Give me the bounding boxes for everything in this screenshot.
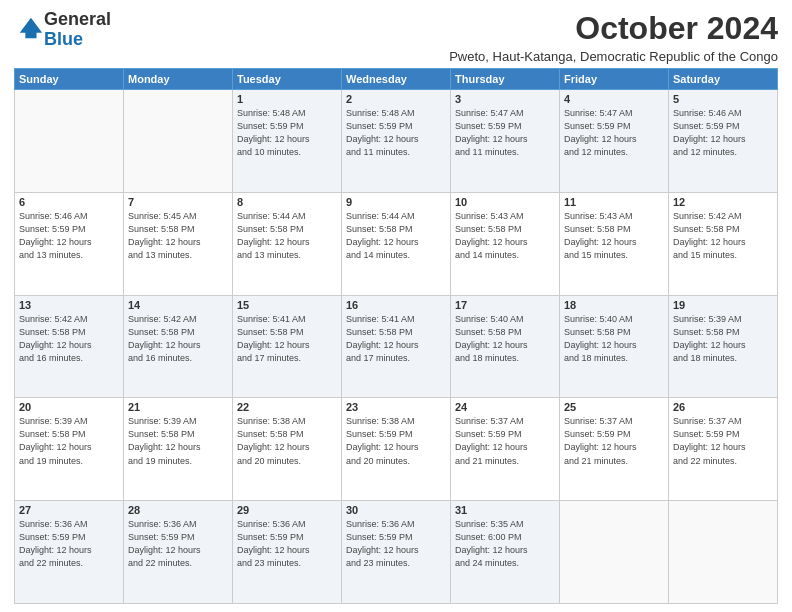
day-cell-0-3: 2Sunrise: 5:48 AM Sunset: 5:59 PM Daylig… — [342, 90, 451, 193]
day-info: Sunrise: 5:45 AM Sunset: 5:58 PM Dayligh… — [128, 210, 228, 262]
day-info: Sunrise: 5:43 AM Sunset: 5:58 PM Dayligh… — [455, 210, 555, 262]
day-cell-3-5: 25Sunrise: 5:37 AM Sunset: 5:59 PM Dayli… — [560, 398, 669, 501]
day-info: Sunrise: 5:37 AM Sunset: 5:59 PM Dayligh… — [564, 415, 664, 467]
day-cell-3-4: 24Sunrise: 5:37 AM Sunset: 5:59 PM Dayli… — [451, 398, 560, 501]
day-cell-3-3: 23Sunrise: 5:38 AM Sunset: 5:59 PM Dayli… — [342, 398, 451, 501]
day-cell-1-1: 7Sunrise: 5:45 AM Sunset: 5:58 PM Daylig… — [124, 192, 233, 295]
day-cell-3-6: 26Sunrise: 5:37 AM Sunset: 5:59 PM Dayli… — [669, 398, 778, 501]
day-number: 2 — [346, 93, 446, 105]
day-number: 5 — [673, 93, 773, 105]
day-info: Sunrise: 5:36 AM Sunset: 5:59 PM Dayligh… — [237, 518, 337, 570]
day-info: Sunrise: 5:42 AM Sunset: 5:58 PM Dayligh… — [19, 313, 119, 365]
day-number: 12 — [673, 196, 773, 208]
day-cell-4-6 — [669, 501, 778, 604]
page: General Blue October 2024 Pweto, Haut-Ka… — [0, 0, 792, 612]
day-cell-2-3: 16Sunrise: 5:41 AM Sunset: 5:58 PM Dayli… — [342, 295, 451, 398]
day-info: Sunrise: 5:42 AM Sunset: 5:58 PM Dayligh… — [128, 313, 228, 365]
day-info: Sunrise: 5:38 AM Sunset: 5:58 PM Dayligh… — [237, 415, 337, 467]
day-cell-2-4: 17Sunrise: 5:40 AM Sunset: 5:58 PM Dayli… — [451, 295, 560, 398]
day-info: Sunrise: 5:36 AM Sunset: 5:59 PM Dayligh… — [128, 518, 228, 570]
day-cell-1-0: 6Sunrise: 5:46 AM Sunset: 5:59 PM Daylig… — [15, 192, 124, 295]
day-number: 26 — [673, 401, 773, 413]
day-cell-4-5 — [560, 501, 669, 604]
day-number: 8 — [237, 196, 337, 208]
day-cell-0-0 — [15, 90, 124, 193]
day-number: 28 — [128, 504, 228, 516]
day-cell-0-2: 1Sunrise: 5:48 AM Sunset: 5:59 PM Daylig… — [233, 90, 342, 193]
header-tuesday: Tuesday — [233, 69, 342, 90]
day-number: 10 — [455, 196, 555, 208]
day-number: 4 — [564, 93, 664, 105]
day-cell-0-4: 3Sunrise: 5:47 AM Sunset: 5:59 PM Daylig… — [451, 90, 560, 193]
day-info: Sunrise: 5:47 AM Sunset: 5:59 PM Dayligh… — [455, 107, 555, 159]
day-cell-1-2: 8Sunrise: 5:44 AM Sunset: 5:58 PM Daylig… — [233, 192, 342, 295]
day-number: 1 — [237, 93, 337, 105]
day-cell-1-3: 9Sunrise: 5:44 AM Sunset: 5:58 PM Daylig… — [342, 192, 451, 295]
day-number: 13 — [19, 299, 119, 311]
logo-general: General — [44, 9, 111, 29]
day-cell-4-4: 31Sunrise: 5:35 AM Sunset: 6:00 PM Dayli… — [451, 501, 560, 604]
day-number: 18 — [564, 299, 664, 311]
day-info: Sunrise: 5:39 AM Sunset: 5:58 PM Dayligh… — [673, 313, 773, 365]
day-number: 7 — [128, 196, 228, 208]
day-number: 11 — [564, 196, 664, 208]
day-cell-2-5: 18Sunrise: 5:40 AM Sunset: 5:58 PM Dayli… — [560, 295, 669, 398]
day-info: Sunrise: 5:44 AM Sunset: 5:58 PM Dayligh… — [346, 210, 446, 262]
day-cell-3-2: 22Sunrise: 5:38 AM Sunset: 5:58 PM Dayli… — [233, 398, 342, 501]
day-cell-1-6: 12Sunrise: 5:42 AM Sunset: 5:58 PM Dayli… — [669, 192, 778, 295]
day-cell-3-1: 21Sunrise: 5:39 AM Sunset: 5:58 PM Dayli… — [124, 398, 233, 501]
day-cell-3-0: 20Sunrise: 5:39 AM Sunset: 5:58 PM Dayli… — [15, 398, 124, 501]
day-info: Sunrise: 5:46 AM Sunset: 5:59 PM Dayligh… — [19, 210, 119, 262]
day-cell-4-0: 27Sunrise: 5:36 AM Sunset: 5:59 PM Dayli… — [15, 501, 124, 604]
header-friday: Friday — [560, 69, 669, 90]
day-cell-0-5: 4Sunrise: 5:47 AM Sunset: 5:59 PM Daylig… — [560, 90, 669, 193]
day-number: 19 — [673, 299, 773, 311]
day-number: 30 — [346, 504, 446, 516]
day-cell-4-1: 28Sunrise: 5:36 AM Sunset: 5:59 PM Dayli… — [124, 501, 233, 604]
day-info: Sunrise: 5:47 AM Sunset: 5:59 PM Dayligh… — [564, 107, 664, 159]
day-info: Sunrise: 5:41 AM Sunset: 5:58 PM Dayligh… — [237, 313, 337, 365]
day-cell-1-5: 11Sunrise: 5:43 AM Sunset: 5:58 PM Dayli… — [560, 192, 669, 295]
day-info: Sunrise: 5:37 AM Sunset: 5:59 PM Dayligh… — [673, 415, 773, 467]
day-cell-2-6: 19Sunrise: 5:39 AM Sunset: 5:58 PM Dayli… — [669, 295, 778, 398]
title-section: October 2024 Pweto, Haut-Katanga, Democr… — [449, 10, 778, 64]
day-cell-2-1: 14Sunrise: 5:42 AM Sunset: 5:58 PM Dayli… — [124, 295, 233, 398]
day-number: 23 — [346, 401, 446, 413]
week-row-4: 20Sunrise: 5:39 AM Sunset: 5:58 PM Dayli… — [15, 398, 778, 501]
logo-blue: Blue — [44, 29, 83, 49]
day-number: 22 — [237, 401, 337, 413]
day-info: Sunrise: 5:43 AM Sunset: 5:58 PM Dayligh… — [564, 210, 664, 262]
header-monday: Monday — [124, 69, 233, 90]
day-cell-4-3: 30Sunrise: 5:36 AM Sunset: 5:59 PM Dayli… — [342, 501, 451, 604]
week-row-2: 6Sunrise: 5:46 AM Sunset: 5:59 PM Daylig… — [15, 192, 778, 295]
day-cell-0-1 — [124, 90, 233, 193]
header-wednesday: Wednesday — [342, 69, 451, 90]
day-number: 16 — [346, 299, 446, 311]
month-title: October 2024 — [449, 10, 778, 47]
day-number: 6 — [19, 196, 119, 208]
svg-marker-0 — [20, 18, 42, 39]
week-row-3: 13Sunrise: 5:42 AM Sunset: 5:58 PM Dayli… — [15, 295, 778, 398]
day-info: Sunrise: 5:48 AM Sunset: 5:59 PM Dayligh… — [346, 107, 446, 159]
day-info: Sunrise: 5:36 AM Sunset: 5:59 PM Dayligh… — [346, 518, 446, 570]
day-info: Sunrise: 5:40 AM Sunset: 5:58 PM Dayligh… — [455, 313, 555, 365]
day-info: Sunrise: 5:36 AM Sunset: 5:59 PM Dayligh… — [19, 518, 119, 570]
weekday-header-row: Sunday Monday Tuesday Wednesday Thursday… — [15, 69, 778, 90]
day-number: 14 — [128, 299, 228, 311]
week-row-1: 1Sunrise: 5:48 AM Sunset: 5:59 PM Daylig… — [15, 90, 778, 193]
day-info: Sunrise: 5:44 AM Sunset: 5:58 PM Dayligh… — [237, 210, 337, 262]
logo-text: General Blue — [44, 10, 111, 50]
day-info: Sunrise: 5:41 AM Sunset: 5:58 PM Dayligh… — [346, 313, 446, 365]
day-cell-2-0: 13Sunrise: 5:42 AM Sunset: 5:58 PM Dayli… — [15, 295, 124, 398]
day-cell-0-6: 5Sunrise: 5:46 AM Sunset: 5:59 PM Daylig… — [669, 90, 778, 193]
day-number: 25 — [564, 401, 664, 413]
day-info: Sunrise: 5:46 AM Sunset: 5:59 PM Dayligh… — [673, 107, 773, 159]
day-number: 9 — [346, 196, 446, 208]
day-info: Sunrise: 5:35 AM Sunset: 6:00 PM Dayligh… — [455, 518, 555, 570]
header-saturday: Saturday — [669, 69, 778, 90]
day-info: Sunrise: 5:37 AM Sunset: 5:59 PM Dayligh… — [455, 415, 555, 467]
header-thursday: Thursday — [451, 69, 560, 90]
location-title: Pweto, Haut-Katanga, Democratic Republic… — [449, 49, 778, 64]
day-number: 27 — [19, 504, 119, 516]
day-info: Sunrise: 5:39 AM Sunset: 5:58 PM Dayligh… — [19, 415, 119, 467]
